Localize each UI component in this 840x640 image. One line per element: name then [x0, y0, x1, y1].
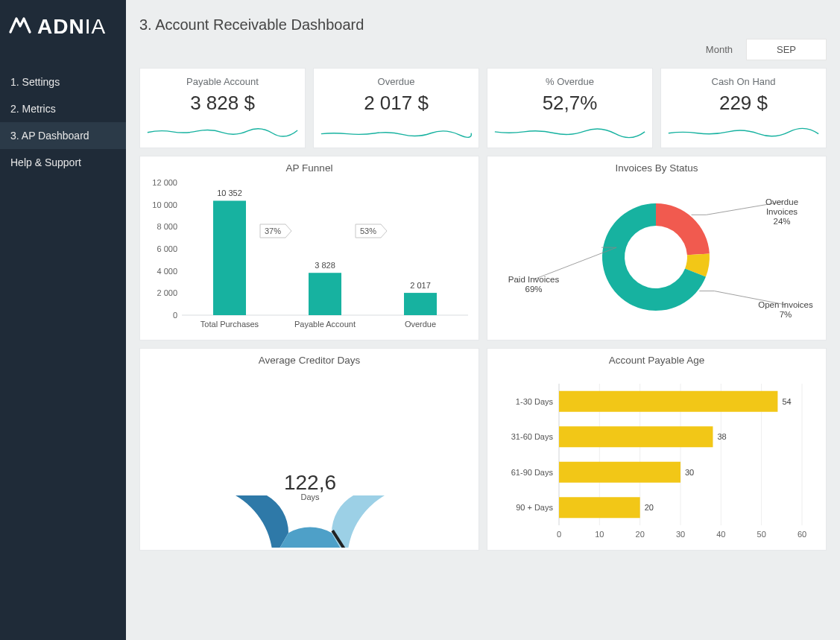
sparkline	[667, 119, 820, 142]
panel-title: Account Payable Age	[487, 349, 826, 369]
kpi-title: Overdue	[378, 76, 415, 87]
svg-text:20: 20	[645, 503, 654, 512]
svg-text:37%: 37%	[265, 226, 281, 235]
panel-account-payable-age: Account Payable Age 01020304050601-30 Da…	[487, 348, 827, 551]
svg-text:10 352: 10 352	[217, 188, 242, 197]
svg-text:Invoices: Invoices	[766, 207, 798, 216]
kpi-title: % Overdue	[546, 76, 594, 87]
kpi-overdue: Overdue 2 017 $	[313, 68, 479, 148]
svg-text:Paid Invoices: Paid Invoices	[508, 275, 560, 284]
brand-mark-icon	[9, 15, 31, 39]
svg-text:2 017: 2 017	[410, 281, 431, 290]
svg-rect-8	[213, 200, 246, 315]
sidebar-item-help-support[interactable]: Help & Support	[0, 149, 126, 176]
svg-text:Days: Days	[300, 492, 320, 501]
svg-text:12 000: 12 000	[152, 178, 177, 187]
svg-text:2 000: 2 000	[157, 288, 177, 297]
svg-text:Overdue: Overdue	[405, 320, 436, 329]
svg-text:Payable Account: Payable Account	[294, 320, 356, 329]
sparkline	[493, 119, 646, 142]
kpi-value: 229 $	[719, 92, 768, 115]
kpi-value: 52,7%	[543, 92, 598, 115]
svg-text:30: 30	[685, 468, 694, 477]
svg-text:54: 54	[782, 397, 791, 406]
month-picker: Month SEP	[706, 39, 827, 60]
svg-text:Open Invoices: Open Invoices	[758, 300, 813, 309]
sidebar: ADNIA 1. Settings 2. Metrics 3. AP Dashb…	[0, 0, 126, 640]
svg-text:0: 0	[557, 530, 561, 539]
svg-rect-50	[559, 391, 777, 412]
sidebar-item-metrics[interactable]: 2. Metrics	[0, 95, 126, 122]
svg-text:69%: 69%	[525, 285, 542, 294]
header: 3. Account Receivable Dashboard Month SE…	[139, 16, 827, 60]
svg-text:6 000: 6 000	[157, 244, 177, 253]
sparkline	[146, 119, 299, 142]
svg-text:20: 20	[636, 530, 645, 539]
brand-name: ADNIA	[37, 15, 106, 39]
kpi-payable-account: Payable Account 3 828 $	[139, 68, 306, 148]
page-title: 3. Account Receivable Dashboard	[139, 16, 364, 34]
account-payable-age-chart: 01020304050601-30 Days5431-60 Days3861-9…	[487, 369, 824, 548]
kpi-pct-overdue: % Overdue 52,7%	[487, 68, 653, 148]
sidebar-item-ap-dashboard[interactable]: 3. AP Dashboard	[0, 122, 126, 149]
svg-text:3 828: 3 828	[315, 261, 335, 270]
kpi-title: Payable Account	[186, 76, 259, 87]
panel-average-creditor-days: Average Creditor Days 122,6Days	[139, 348, 479, 551]
kpi-cash-on-hand: Cash On Hand 229 $	[660, 68, 827, 148]
svg-rect-14	[404, 293, 437, 315]
svg-text:Overdue: Overdue	[765, 197, 798, 206]
svg-text:38: 38	[717, 432, 726, 441]
svg-rect-56	[559, 462, 680, 483]
average-creditor-days-chart: 122,6Days	[140, 369, 480, 548]
svg-text:50: 50	[757, 530, 766, 539]
month-select[interactable]: SEP	[746, 39, 827, 60]
svg-text:0: 0	[173, 311, 177, 320]
row-2: AP Funnel 02 0004 0006 0008 00010 00012 …	[139, 156, 827, 340]
svg-text:61-90 Days: 61-90 Days	[511, 468, 554, 477]
kpi-value: 2 017 $	[364, 92, 429, 115]
ap-funnel-chart: 02 0004 0006 0008 00010 00012 00010 352T…	[140, 177, 480, 338]
svg-text:Total Purchases: Total Purchases	[200, 320, 259, 329]
svg-text:40: 40	[716, 530, 725, 539]
svg-text:8 000: 8 000	[157, 222, 177, 231]
brand-logo: ADNIA	[0, 0, 126, 69]
svg-text:60: 60	[798, 530, 806, 539]
svg-text:90 + Days: 90 + Days	[516, 503, 553, 512]
svg-rect-59	[559, 497, 640, 518]
svg-rect-53	[559, 426, 713, 447]
month-label: Month	[706, 44, 733, 55]
svg-text:30: 30	[676, 530, 685, 539]
svg-text:7%: 7%	[780, 310, 792, 319]
svg-text:1-30 Days: 1-30 Days	[516, 397, 554, 406]
svg-text:10 000: 10 000	[152, 200, 177, 209]
svg-rect-11	[309, 273, 341, 315]
row-3: Average Creditor Days 122,6Days Account …	[139, 348, 827, 551]
panel-title: Average Creditor Days	[140, 349, 479, 369]
kpi-value: 3 828 $	[190, 92, 255, 115]
kpi-title: Cash On Hand	[712, 76, 776, 87]
svg-text:122,6: 122,6	[284, 471, 336, 494]
svg-text:31-60 Days: 31-60 Days	[511, 432, 554, 441]
sidebar-item-settings[interactable]: 1. Settings	[0, 69, 126, 95]
panel-ap-funnel: AP Funnel 02 0004 0006 0008 00010 00012 …	[139, 156, 479, 340]
sparkline	[320, 119, 473, 142]
svg-text:53%: 53%	[360, 226, 376, 235]
svg-text:10: 10	[595, 530, 604, 539]
panel-title: AP Funnel	[140, 156, 479, 177]
panel-title: Invoices By Status	[487, 156, 826, 177]
svg-text:4 000: 4 000	[157, 267, 177, 276]
main: 3. Account Receivable Dashboard Month SE…	[126, 0, 840, 640]
panel-invoices-by-status: Invoices By Status OverdueInvoices24%Ope…	[487, 156, 827, 340]
svg-text:24%: 24%	[773, 217, 790, 226]
kpi-row: Payable Account 3 828 $ Overdue 2 017 $ …	[139, 68, 827, 148]
invoices-by-status-chart: OverdueInvoices24%Open Invoices7%Paid In…	[487, 177, 824, 338]
